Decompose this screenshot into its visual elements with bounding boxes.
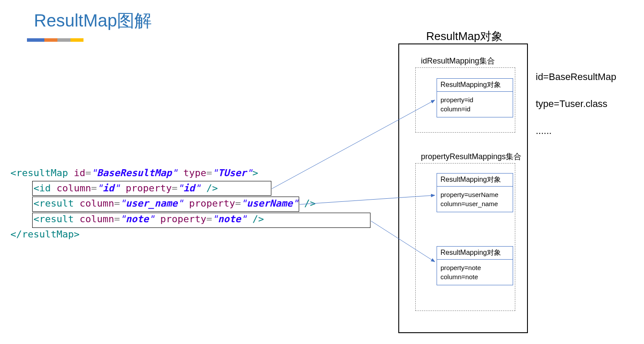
mapping-prop: property=userName — [440, 190, 509, 199]
mapping-col: column=note — [440, 272, 509, 281]
code-highlight-box-1 — [32, 181, 271, 196]
side-text-type: type=Tuser.class — [536, 98, 607, 110]
mapping-prop: property=id — [440, 95, 509, 104]
resultmap-object-label: ResultMap对象 — [426, 29, 503, 44]
mapping-header: ResultMapping对象 — [437, 79, 513, 92]
title-underline — [27, 38, 83, 42]
mapping-prop: property=note — [440, 263, 509, 272]
mapping-box-3: ResultMapping对象 property=note column=not… — [437, 246, 513, 285]
mapping-header: ResultMapping对象 — [437, 247, 513, 260]
code-highlight-box-2 — [32, 197, 299, 212]
mapping-box-1: ResultMapping对象 property=id column=id — [437, 78, 513, 117]
mapping-col: column=id — [440, 104, 509, 114]
mapping-header: ResultMapping对象 — [437, 174, 513, 187]
side-text-id: id=BaseResultMap — [536, 71, 616, 83]
mapping-col: column=user_name — [440, 199, 509, 208]
code-highlight-box-3 — [32, 213, 370, 228]
prop-collection-label: propertyResultMappings集合 — [421, 151, 521, 162]
page-title: ResultMap图解 — [34, 9, 152, 33]
mapping-box-2: ResultMapping对象 property=userName column… — [437, 173, 513, 212]
id-collection-label: idResultMapping集合 — [421, 56, 495, 66]
side-text-more: ...... — [536, 125, 552, 137]
